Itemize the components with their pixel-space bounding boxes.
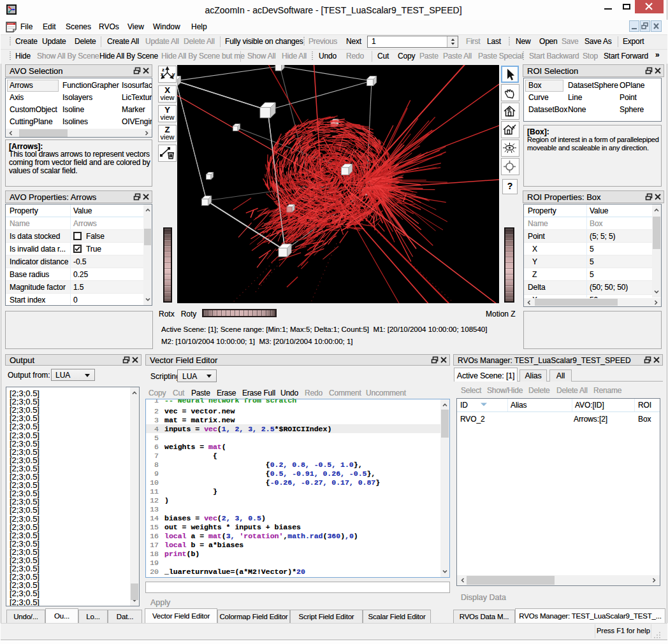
svg-text:y: y bbox=[172, 71, 175, 77]
svg-text:x: x bbox=[161, 71, 164, 77]
